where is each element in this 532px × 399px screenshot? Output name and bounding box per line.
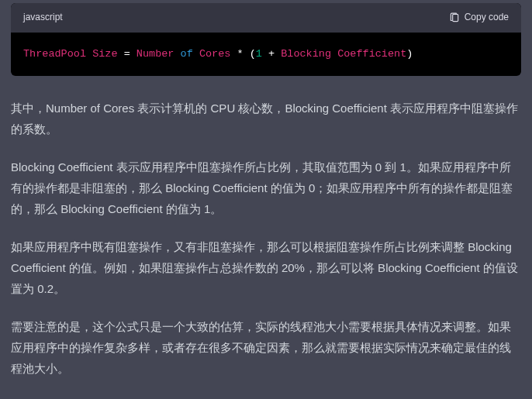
code-token: ThreadPool — [23, 48, 86, 60]
code-block: javascript Copy code ThreadPool Size = N… — [11, 3, 521, 76]
clipboard-icon — [449, 12, 460, 23]
code-token: of — [181, 48, 193, 60]
code-token: = — [118, 48, 136, 60]
paragraph: Blocking Coefficient 表示应用程序中阻塞操作所占比例，其取值… — [11, 157, 521, 219]
code-token: * ( — [230, 48, 255, 60]
code-token: Coefficient — [337, 48, 406, 60]
code-language-label: javascript — [23, 9, 63, 26]
paragraph: 如果应用程序中既有阻塞操作，又有非阻塞操作，那么可以根据阻塞操作所占比例来调整 … — [11, 236, 521, 299]
code-header: javascript Copy code — [11, 3, 521, 33]
code-token — [193, 48, 199, 60]
code-token: Blocking — [281, 48, 331, 60]
code-token — [331, 48, 337, 60]
code-token: Cores — [199, 48, 231, 60]
code-token — [86, 48, 92, 60]
copy-code-label: Copy code — [465, 9, 509, 26]
code-token: Size — [92, 48, 117, 60]
code-token: + — [262, 48, 281, 60]
code-token — [174, 48, 180, 60]
svg-rect-0 — [452, 14, 458, 21]
code-token: ) — [406, 48, 413, 60]
code-token: 1 — [256, 48, 262, 60]
code-token: Number — [136, 48, 174, 60]
code-content[interactable]: ThreadPool Size = Number of Cores * (1 +… — [11, 33, 521, 76]
paragraph: 需要注意的是，这个公式只是一个大致的估算，实际的线程池大小需要根据具体情况来调整… — [11, 316, 521, 379]
paragraph: 其中，Number of Cores 表示计算机的 CPU 核心数，Blocki… — [11, 98, 521, 139]
copy-code-button[interactable]: Copy code — [449, 9, 509, 26]
